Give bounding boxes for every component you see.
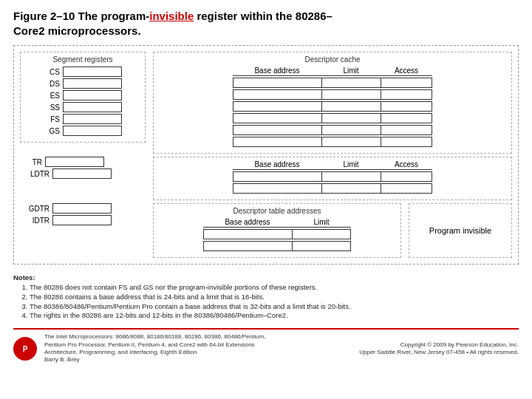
desc-mid-cell-access-1 bbox=[381, 171, 432, 182]
desc-cell-access-3 bbox=[381, 101, 432, 112]
reg-box-idtr bbox=[52, 215, 112, 225]
figure-title: Figure 2–10 The program-invisible regist… bbox=[13, 9, 519, 38]
col-access-label-top: Access bbox=[381, 66, 432, 76]
main-diagram: Segment registers CS DS ES SS bbox=[13, 45, 519, 265]
desc-table-row-2 bbox=[203, 241, 351, 251]
program-invisible-box: Program invisible bbox=[409, 203, 512, 258]
reg-name-ldtr: LDTR bbox=[26, 170, 50, 178]
note-1: The 80286 does not contain FS and GS nor… bbox=[30, 283, 519, 293]
footer-left-line3: Architecture, Programming, and Interfaci… bbox=[44, 349, 352, 356]
descriptor-table-label: Descriptor table addresses bbox=[233, 207, 321, 215]
col-limit-label-mid: Limit bbox=[321, 160, 381, 170]
desc-cache-row-5 bbox=[233, 125, 432, 135]
pearson-icon: P bbox=[13, 337, 37, 361]
bottom-right: Descriptor table addresses Base address … bbox=[153, 203, 512, 258]
desc-cell-access-6 bbox=[381, 137, 432, 147]
reg-box-ldtr bbox=[52, 168, 112, 179]
desc-cell-access-4 bbox=[381, 113, 432, 123]
reg-box-tr bbox=[45, 157, 104, 167]
reg-row-ds: DS bbox=[44, 78, 122, 89]
desc-cell-base-4 bbox=[233, 113, 321, 123]
reg-box-ds bbox=[63, 78, 122, 89]
notes-list: The 80286 does not contain FS and GS nor… bbox=[30, 283, 519, 321]
descriptor-cache-label: Descriptor cache bbox=[304, 55, 360, 64]
desc-cell-access-2 bbox=[381, 89, 432, 100]
reg-name-idtr: IDTR bbox=[26, 216, 50, 225]
descriptor-cache-middle: Base address Limit Access bbox=[153, 157, 512, 200]
desc-cell-limit-3 bbox=[321, 101, 381, 112]
segment-registers-block: Segment registers CS DS ES SS bbox=[20, 52, 146, 143]
col-base-label-mid: Base address bbox=[233, 160, 321, 170]
reg-name-ss: SS bbox=[44, 103, 60, 112]
footer: P The Intel Microprocessors: 8086/8088, … bbox=[13, 328, 519, 364]
reg-box-gdtr bbox=[52, 203, 112, 214]
reg-row-fs: FS bbox=[44, 114, 122, 124]
desc-cell-limit-6 bbox=[321, 137, 381, 147]
footer-right-line2: Upper Saddle River, New Jersey 07-458 • … bbox=[359, 349, 519, 356]
desc-cache-row-3 bbox=[233, 101, 432, 112]
reg-name-fs: FS bbox=[44, 115, 60, 123]
desc-table-cell-base-2 bbox=[203, 241, 292, 251]
note-2: The 80286 contains a base address that i… bbox=[30, 293, 519, 302]
col-access-label-mid: Access bbox=[381, 160, 432, 170]
desc-cache-row-2 bbox=[233, 89, 432, 100]
figure-number: Figure 2–10 bbox=[13, 10, 75, 22]
desc-cell-base-5 bbox=[233, 125, 321, 135]
segment-registers-label: Segment registers bbox=[52, 55, 112, 64]
footer-left-line4: Barry B. Brey bbox=[44, 356, 352, 364]
reg-row-ss: SS bbox=[44, 102, 122, 112]
desc-table-cell-base-1 bbox=[203, 229, 292, 239]
desc-cell-limit-4 bbox=[321, 113, 381, 123]
desc-mid-row-2 bbox=[233, 183, 432, 194]
bottom-row: GDTR IDTR Descriptor table addresses Bas… bbox=[20, 203, 512, 258]
reg-row-tr: TR bbox=[26, 157, 104, 167]
desc-mid-row-1 bbox=[233, 171, 432, 182]
reg-row-gs: GS bbox=[44, 126, 122, 136]
reg-box-gs bbox=[63, 126, 122, 136]
reg-box-ss bbox=[63, 102, 122, 112]
desc-cache-header: Base address Limit Access bbox=[233, 66, 432, 76]
desc-table-cell-limit-1 bbox=[292, 229, 351, 239]
desc-mid-cell-limit-2 bbox=[321, 183, 381, 194]
desc-mid-cell-base-1 bbox=[233, 171, 321, 182]
tr-ldtr-block: TR LDTR bbox=[20, 157, 146, 180]
desc-cell-limit-1 bbox=[321, 78, 381, 88]
desc-cell-limit-2 bbox=[321, 89, 381, 100]
reg-row-cs: CS bbox=[44, 66, 122, 77]
footer-text-right: Copyright © 2009 by Pearson Education, I… bbox=[359, 341, 519, 357]
desc-table-cell-limit-2 bbox=[292, 241, 351, 251]
reg-box-es bbox=[63, 90, 122, 100]
note-4: The rights in the 80286 are 12-bits and … bbox=[30, 311, 519, 321]
reg-row-idtr: IDTR bbox=[26, 215, 112, 225]
desc-cache-row-4 bbox=[233, 113, 432, 123]
col-base-label: Base address bbox=[233, 66, 321, 76]
top-section: Segment registers CS DS ES SS bbox=[20, 52, 512, 154]
reg-row-ldtr: LDTR bbox=[26, 168, 112, 179]
desc-cache-row-1 bbox=[233, 78, 432, 88]
title-middle: The program- bbox=[78, 10, 150, 22]
col-limit-label-bot: Limit bbox=[292, 218, 351, 228]
reg-box-cs bbox=[63, 66, 122, 77]
footer-text-left: The Intel Microprocessors: 8086/8088, 80… bbox=[44, 333, 352, 364]
desc-cell-base-6 bbox=[233, 137, 321, 147]
desc-cache-row-6 bbox=[233, 137, 432, 147]
footer-left-line1: The Intel Microprocessors: 8086/8088, 80… bbox=[44, 333, 352, 341]
desc-cell-base-2 bbox=[233, 89, 321, 100]
col-limit-label: Limit bbox=[321, 66, 381, 76]
reg-name-gdtr: GDTR bbox=[26, 205, 50, 213]
notes-title: Notes: bbox=[13, 273, 519, 282]
desc-table-row-1 bbox=[203, 229, 351, 239]
footer-left-line2: Pentium Pro Processor, Pentium II, Penti… bbox=[44, 341, 352, 349]
descriptor-table-block: Descriptor table addresses Base address … bbox=[153, 203, 401, 258]
desc-cell-access-1 bbox=[381, 78, 432, 88]
pearson-logo-text: P bbox=[23, 345, 28, 353]
reg-row-gdtr: GDTR bbox=[26, 203, 112, 214]
program-invisible-label: Program invisible bbox=[429, 226, 491, 235]
reg-name-gs: GS bbox=[44, 127, 60, 135]
descriptor-cache-top: Descriptor cache Base address Limit Acce… bbox=[153, 52, 512, 154]
notes-section: Notes: The 80286 does not contain FS and… bbox=[13, 270, 519, 324]
gdtr-idtr-block: GDTR IDTR bbox=[20, 203, 146, 227]
reg-name-tr: TR bbox=[26, 158, 42, 166]
pearson-logo: P bbox=[13, 337, 37, 361]
reg-box-fs bbox=[63, 114, 122, 124]
